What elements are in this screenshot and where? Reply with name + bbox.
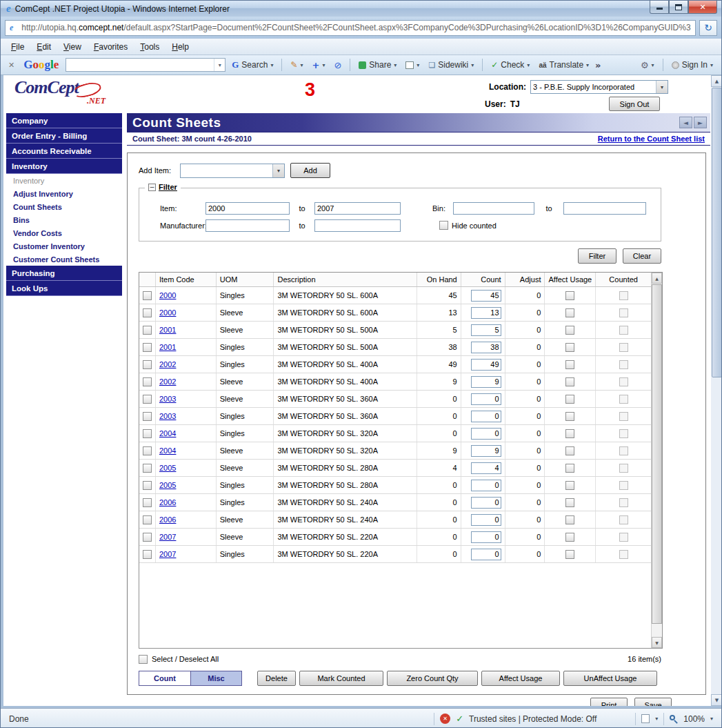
count-input[interactable]	[471, 497, 501, 509]
close-button[interactable]: ✕	[688, 1, 717, 14]
spell-check-button[interactable]: ✓Check▾	[488, 59, 532, 71]
nav-forward-button[interactable]: ►	[694, 117, 707, 128]
counted-checkbox[interactable]	[619, 498, 628, 507]
counted-checkbox[interactable]	[619, 395, 628, 404]
item-code-link[interactable]: 2006	[159, 498, 176, 506]
affect-usage-checkbox[interactable]	[565, 429, 574, 438]
collapse-icon[interactable]: −	[148, 184, 156, 191]
count-input[interactable]	[471, 290, 501, 302]
add-gadgets-button[interactable]: +▾	[309, 59, 328, 72]
menu-file[interactable]: File	[5, 40, 30, 54]
affect-usage-checkbox[interactable]	[565, 446, 574, 455]
toolbar-overflow-icon[interactable]: »	[595, 60, 601, 70]
filter-button[interactable]: Filter	[578, 248, 616, 264]
compatibility-view-icon[interactable]	[641, 714, 650, 723]
item-code-link[interactable]: 2003	[159, 412, 176, 420]
count-input[interactable]	[471, 359, 501, 371]
sidebar-item-customer-inventory[interactable]: Customer Inventory	[6, 239, 122, 253]
row-select-checkbox[interactable]	[143, 550, 152, 559]
affect-usage-checkbox[interactable]	[565, 326, 574, 335]
sidebar-item-count-sheets[interactable]: Count Sheets	[6, 200, 122, 213]
unaffect-usage-button[interactable]: UnAffect Usage	[563, 671, 657, 686]
item-code-link[interactable]: 2004	[159, 429, 176, 437]
search-history-dropdown-icon[interactable]: ▾	[214, 59, 225, 71]
popup-blocker-button[interactable]: ⊘	[331, 59, 344, 72]
item-code-link[interactable]: 2004	[159, 446, 176, 455]
count-input[interactable]	[471, 411, 501, 422]
counted-checkbox[interactable]	[619, 533, 628, 542]
sidebar-item-customer-count-sheets[interactable]: Customer Count Sheets	[6, 253, 122, 266]
sidebar-section-inventory[interactable]: Inventory	[6, 159, 122, 174]
sidebar-item-adjust-inventory[interactable]: Adjust Inventory	[6, 187, 122, 200]
table-scroll-thumb[interactable]	[652, 284, 662, 624]
chevron-down-icon[interactable]: ▾	[710, 716, 713, 722]
affect-usage-checkbox[interactable]	[565, 343, 574, 352]
delete-button[interactable]: Delete	[257, 671, 296, 686]
counted-checkbox[interactable]	[619, 326, 628, 335]
toolbar-settings-button[interactable]: ⚙▾	[638, 59, 657, 72]
browser-scrollbar[interactable]: ▲ ▼	[711, 75, 722, 706]
sidebar-item-bins[interactable]: Bins	[6, 213, 122, 226]
sidebar-section-accounts-receivable[interactable]: Accounts Receivable	[6, 144, 122, 159]
address-input[interactable]: e http://utopia.hq.comcept.net/default.a…	[5, 20, 696, 36]
item-code-link[interactable]: 2002	[159, 360, 176, 368]
affect-usage-checkbox[interactable]	[565, 481, 574, 490]
zoom-magnifier-icon[interactable]	[670, 715, 678, 723]
row-select-checkbox[interactable]	[143, 326, 152, 335]
item-code-link[interactable]: 2001	[159, 326, 176, 334]
item-code-link[interactable]: 2005	[159, 464, 176, 472]
manufacturer-from-input[interactable]	[205, 219, 290, 232]
item-code-link[interactable]: 2005	[159, 481, 176, 489]
count-input[interactable]	[471, 445, 501, 457]
menu-view[interactable]: View	[57, 40, 88, 54]
menu-favorites[interactable]: Favorites	[88, 40, 134, 54]
share-button[interactable]: Share▾	[356, 59, 399, 71]
minimize-button[interactable]	[650, 1, 669, 14]
sidewiki-button[interactable]: ❏Sidewiki▾	[425, 59, 477, 71]
counted-checkbox[interactable]	[619, 308, 628, 317]
row-select-checkbox[interactable]	[143, 291, 152, 300]
item-code-link[interactable]: 2007	[159, 550, 176, 558]
sign-in-button[interactable]: Sign In▾	[669, 59, 716, 71]
save-button[interactable]: Save	[634, 698, 672, 706]
row-select-checkbox[interactable]	[143, 446, 152, 455]
count-input[interactable]	[471, 428, 501, 440]
scroll-down-button[interactable]: ▼	[711, 694, 722, 706]
counted-checkbox[interactable]	[619, 360, 628, 369]
maximize-button[interactable]	[669, 1, 688, 14]
sidewiki-compose-button[interactable]: ▾	[403, 60, 422, 70]
row-select-checkbox[interactable]	[143, 308, 152, 317]
count-input[interactable]	[471, 376, 501, 388]
refresh-button[interactable]: ↻	[699, 20, 717, 36]
affect-usage-checkbox[interactable]	[565, 395, 574, 404]
item-from-input[interactable]	[205, 202, 290, 215]
tab-misc[interactable]: Misc	[191, 671, 242, 686]
counted-checkbox[interactable]	[619, 481, 628, 490]
sidebar-item-vendor-costs[interactable]: Vendor Costs	[6, 226, 122, 239]
row-select-checkbox[interactable]	[143, 533, 152, 542]
count-input[interactable]	[471, 531, 501, 543]
select-all-checkbox[interactable]	[139, 655, 148, 664]
sidebar-section-look-ups[interactable]: Look Ups	[6, 281, 122, 296]
count-input[interactable]	[471, 324, 501, 336]
counted-checkbox[interactable]	[619, 429, 628, 438]
tab-count[interactable]: Count	[139, 671, 191, 686]
row-select-checkbox[interactable]	[143, 515, 152, 524]
count-input[interactable]	[471, 342, 501, 353]
row-select-checkbox[interactable]	[143, 464, 152, 473]
bin-to-input[interactable]	[563, 202, 646, 215]
hide-counted-checkbox[interactable]	[439, 221, 448, 230]
item-code-link[interactable]: 2007	[159, 533, 176, 541]
affect-usage-button[interactable]: Affect Usage	[481, 671, 560, 686]
menu-tools[interactable]: Tools	[134, 40, 166, 54]
counted-checkbox[interactable]	[619, 412, 628, 421]
row-select-checkbox[interactable]	[143, 360, 152, 369]
row-select-checkbox[interactable]	[143, 498, 152, 507]
count-input[interactable]	[471, 393, 501, 405]
row-select-checkbox[interactable]	[143, 412, 152, 421]
count-input[interactable]	[471, 514, 501, 526]
affect-usage-checkbox[interactable]	[565, 550, 574, 559]
zoom-level[interactable]: 100%	[683, 714, 705, 724]
sidebar-item-inventory[interactable]: Inventory	[6, 174, 122, 187]
counted-checkbox[interactable]	[619, 446, 628, 455]
